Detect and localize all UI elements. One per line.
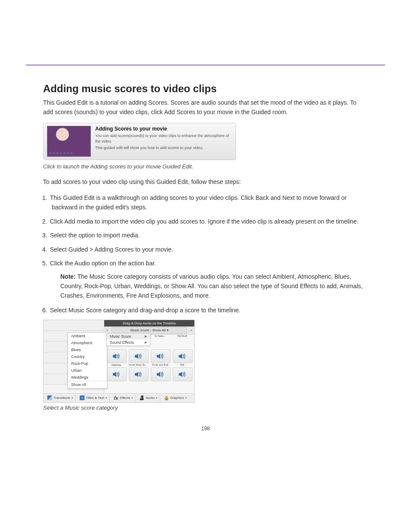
speaker-icon bbox=[134, 371, 143, 377]
graphics-icon bbox=[164, 395, 169, 400]
tab-effects[interactable]: fx Effects▾ bbox=[112, 394, 136, 402]
effects-icon: fx bbox=[114, 395, 118, 400]
titles-icon: T bbox=[80, 395, 84, 400]
submenu-item[interactable]: Urban bbox=[68, 367, 107, 374]
guided-edit-thumbnail bbox=[47, 126, 91, 157]
score-item[interactable]: Rift bbox=[173, 349, 192, 366]
submenu-item[interactable]: Rock-Pop bbox=[68, 360, 107, 367]
tab-titles-text[interactable]: T Titles & Text▾ bbox=[78, 394, 110, 402]
submenu-item[interactable]: Country bbox=[68, 353, 107, 360]
svg-text:T: T bbox=[81, 396, 83, 400]
section-title: Adding music scores to video clips bbox=[43, 83, 385, 95]
guided-card-desc1: You can add scores(sounds) to your video… bbox=[95, 133, 232, 143]
action-bar: Transitions▾ T Titles & Text▾ fx Effects… bbox=[44, 393, 194, 402]
note-block: Note: The Music Score category consists … bbox=[60, 272, 368, 300]
svg-marker-12 bbox=[164, 395, 169, 399]
dropdown-item-sound-effects[interactable]: Sound Effects▶ bbox=[107, 339, 150, 345]
panel-header: Drag & Drop Audio on the Timeline bbox=[104, 320, 194, 327]
note-text: The Music Score category consists of var… bbox=[60, 273, 363, 299]
category-submenu[interactable]: Ambient Atmospheric Blues Country Rock-P… bbox=[68, 332, 107, 389]
speaker-icon bbox=[156, 353, 165, 359]
figure-caption-2: Select a Music score category bbox=[43, 404, 368, 411]
score-item[interactable] bbox=[129, 367, 148, 381]
steps-intro: To add scores to your video clip using t… bbox=[43, 177, 368, 187]
score-item[interactable]: Kid Stuff bbox=[173, 334, 192, 348]
submenu-item[interactable]: Weddings bbox=[68, 374, 107, 381]
svg-marker-6 bbox=[157, 372, 160, 377]
score-item[interactable] bbox=[107, 367, 126, 381]
page-number: 198 bbox=[0, 426, 411, 432]
speaker-icon bbox=[112, 371, 121, 377]
speaker-icon bbox=[178, 371, 187, 377]
svg-marker-1 bbox=[135, 354, 138, 359]
figure-caption-1: Click to launch the Adding scores to you… bbox=[43, 163, 368, 170]
submenu-item[interactable]: Show All bbox=[68, 381, 107, 388]
submenu-item[interactable]: Atmospheric bbox=[68, 339, 107, 346]
speaker-icon bbox=[178, 353, 187, 359]
step-2: 2.Click Add media to import the video cl… bbox=[52, 217, 368, 226]
submenu-item[interactable]: Blues bbox=[68, 346, 107, 353]
tab-audio[interactable]: Audio▾ bbox=[137, 394, 160, 402]
next-page-icon[interactable]: » bbox=[188, 328, 194, 332]
svg-marker-3 bbox=[179, 354, 182, 359]
audio-type-dropdown[interactable]: Music Score▶ Sound Effects▶ bbox=[106, 333, 150, 346]
speaker-icon bbox=[134, 353, 143, 359]
guided-card-desc2: This guided edit will show you how to ad… bbox=[95, 145, 232, 150]
score-item[interactable]: Punk and Roll bbox=[151, 349, 170, 366]
step-1: 1.This Guided Edit is a walkthrough on a… bbox=[52, 193, 368, 212]
guided-edit-card[interactable]: Adding Scores to your movie You can add … bbox=[43, 123, 236, 160]
svg-marker-5 bbox=[135, 372, 138, 377]
guided-card-title: Adding Scores to your movie bbox=[95, 126, 232, 132]
score-item[interactable] bbox=[173, 367, 192, 381]
step-3: 3.Select the option to import media. bbox=[52, 230, 368, 240]
dropdown-item-music-score[interactable]: Music Score▶ bbox=[107, 333, 150, 339]
speaker-icon bbox=[112, 353, 121, 359]
intro-paragraph: This Guided Edit is a tutorial on adding… bbox=[43, 98, 368, 117]
speaker-icon bbox=[156, 371, 165, 377]
score-item[interactable]: North West Rid... bbox=[129, 349, 148, 366]
tab-graphics[interactable]: Graphics▾ bbox=[162, 394, 189, 402]
score-item[interactable] bbox=[151, 367, 170, 381]
score-item[interactable]: Highway bbox=[107, 349, 126, 366]
transitions-icon bbox=[47, 395, 52, 400]
note-label: Note: bbox=[60, 273, 76, 280]
submenu-item[interactable]: Ambient bbox=[68, 333, 107, 339]
svg-marker-4 bbox=[113, 372, 116, 377]
audio-icon bbox=[140, 395, 144, 400]
svg-rect-13 bbox=[165, 399, 168, 400]
tab-transitions[interactable]: Transitions▾ bbox=[45, 394, 76, 402]
svg-marker-7 bbox=[179, 372, 182, 377]
step-6: 6.Select Music Score category and drag-a… bbox=[52, 305, 368, 315]
step-5: 5.Click the Audio option on the action b… bbox=[52, 258, 368, 268]
svg-marker-0 bbox=[113, 354, 116, 359]
step-4: 4.Select Guided > Adding Scores to your … bbox=[52, 245, 368, 254]
top-divider bbox=[26, 65, 385, 65]
music-score-panel: Ambient Atmospheric Blues Country Rock-P… bbox=[43, 320, 195, 403]
svg-marker-2 bbox=[157, 354, 160, 359]
score-item[interactable]: In Natio... bbox=[151, 334, 170, 348]
